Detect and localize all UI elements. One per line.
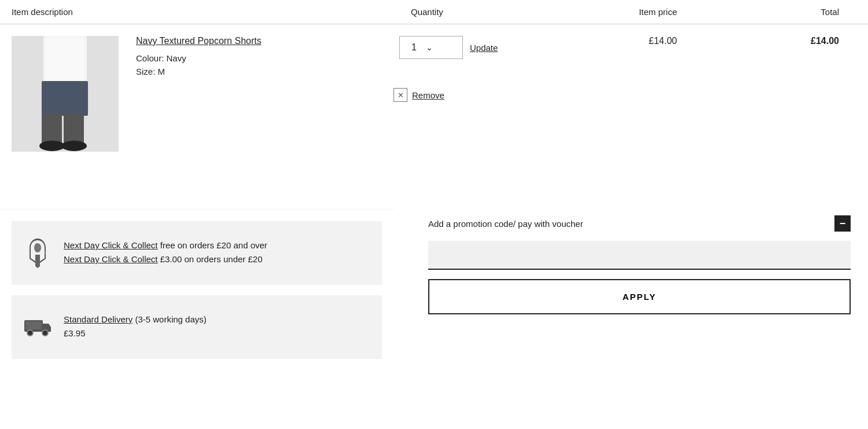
svg-point-6 — [61, 141, 87, 151]
svg-rect-7 — [46, 39, 83, 80]
qty-remove-col: 1 ⌄ Update ✕ Remove — [393, 36, 538, 102]
standard-delivery-link[interactable]: Standard Delivery — [64, 314, 133, 324]
col-quantity-header: Quantity — [405, 7, 538, 17]
collect-delivery-text: Next Day Click & Collect free on orders … — [64, 239, 267, 266]
product-size: Size: M — [136, 67, 382, 76]
product-colour: Colour: Navy — [136, 53, 382, 63]
quantity-value: 1 — [411, 42, 417, 53]
svg-point-11 — [42, 330, 48, 336]
collect-link-1[interactable]: Next Day Click & Collect — [64, 240, 158, 250]
product-area: Navy Textured Popcorn Shorts Colour: Nav… — [0, 24, 393, 210]
apply-button[interactable]: APPLY — [428, 279, 851, 314]
remove-link[interactable]: Remove — [412, 90, 444, 100]
product-details: Navy Textured Popcorn Shorts Colour: Nav… — [136, 36, 382, 80]
product-qty-price-area: 1 ⌄ Update ✕ Remove £14.00 £14.00 — [393, 24, 868, 210]
total-price: £14.00 — [712, 36, 856, 46]
col-price-header: Item price — [538, 7, 712, 17]
svg-point-5 — [39, 141, 65, 151]
qty-section: 1 ⌄ Update — [393, 36, 538, 59]
promo-code-input[interactable] — [428, 241, 851, 270]
item-price: £14.00 — [538, 36, 712, 46]
standard-delivery-text: Standard Delivery (3-5 working days) £3.… — [64, 313, 207, 340]
svg-point-8 — [34, 243, 41, 252]
collect-text-2: £3.00 on orders under £20 — [158, 254, 263, 264]
delivery-section: Next Day Click & Collect free on orders … — [0, 210, 393, 375]
remove-section[interactable]: ✕ Remove — [393, 88, 538, 102]
product-image — [12, 36, 119, 152]
table-header: Item description Quantity Item price Tot… — [0, 0, 868, 24]
truck-icon — [23, 313, 52, 342]
promo-header: Add a promotion code/ pay with voucher − — [428, 215, 851, 232]
promo-header-text: Add a promotion code/ pay with voucher — [428, 219, 583, 229]
col-total-header: Total — [712, 7, 856, 17]
chevron-down-icon: ⌄ — [426, 43, 433, 52]
delivery-card-collect: Next Day Click & Collect free on orders … — [12, 221, 382, 285]
svg-rect-2 — [42, 81, 88, 116]
svg-rect-12 — [25, 321, 42, 329]
product-name-link[interactable]: Navy Textured Popcorn Shorts — [136, 36, 382, 46]
standard-delivery-rest: (3-5 working days) — [133, 314, 207, 324]
promo-section: Add a promotion code/ pay with voucher −… — [393, 210, 868, 375]
collect-link-2[interactable]: Next Day Click & Collect — [64, 254, 158, 264]
update-button[interactable]: Update — [470, 43, 498, 53]
product-row: Navy Textured Popcorn Shorts Colour: Nav… — [0, 24, 393, 210]
promo-collapse-button[interactable]: − — [834, 215, 851, 232]
standard-delivery-price: £3.95 — [64, 328, 86, 338]
quantity-selector[interactable]: 1 ⌄ — [399, 36, 463, 59]
col-description-header: Item description — [12, 7, 405, 17]
collect-text-1: free on orders £20 and over — [158, 240, 267, 250]
svg-point-10 — [27, 330, 33, 336]
delivery-card-standard: Standard Delivery (3-5 working days) £3.… — [12, 295, 382, 359]
remove-x-icon: ✕ — [393, 88, 407, 102]
collect-icon — [23, 239, 52, 267]
